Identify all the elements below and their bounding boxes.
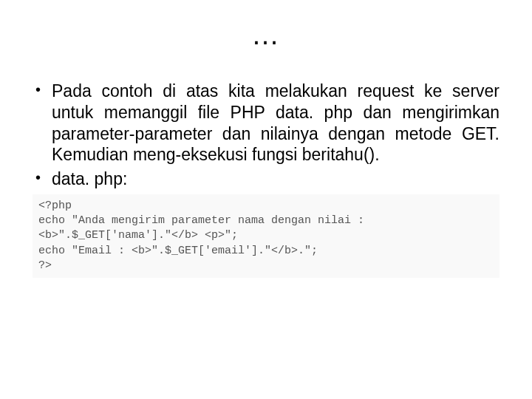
bullet-item: Pada contoh di atas kita melakukan reque… [33, 81, 499, 166]
bullet-item: data. php: [33, 168, 499, 190]
slide: … Pada contoh di atas kita melakukan req… [0, 0, 532, 399]
bullet-list: Pada contoh di atas kita melakukan reque… [33, 81, 499, 190]
slide-title: … [33, 19, 499, 51]
code-block: <?php echo "Anda mengirim parameter nama… [33, 194, 499, 278]
